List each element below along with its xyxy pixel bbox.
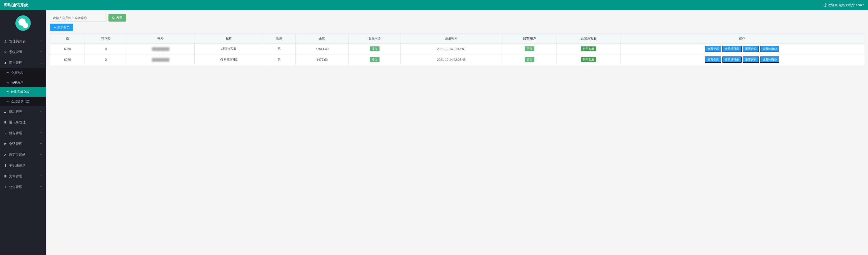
submenu-member-list[interactable]: 会员列表: [0, 68, 46, 69]
gear-icon: [4, 51, 7, 54]
th-poll-id: 轮询ID: [85, 34, 127, 44]
chevron-down-icon: ﹀: [40, 50, 42, 54]
svg-point-3: [5, 40, 6, 41]
th-id: ID: [50, 34, 85, 44]
th-account: 帐号: [127, 34, 194, 44]
cell-balance: 1477.00: [296, 54, 349, 65]
cs-status-badge[interactable]: 禁用客服: [581, 57, 596, 62]
cell-balance: 67641.40: [296, 44, 349, 54]
top-header: 即时通讯系统 欢迎你,超级管理员:admin: [0, 0, 868, 10]
add-member-button[interactable]: 添加会员: [50, 24, 73, 31]
cell-poll-id: 0: [85, 54, 127, 65]
th-reg-time: 注册时间: [400, 34, 502, 44]
cell-cs-status: 禁用客服: [556, 54, 620, 65]
add-member-label: 添加会员: [57, 25, 69, 29]
chevron-up-icon: ︿: [40, 61, 42, 65]
main-content: 搜索 添加会员 ID 轮询ID 帐号 昵称 性别 余额 客服术语 注册时间 启/…: [46, 10, 868, 69]
action-btn-0[interactable]: 查看会话: [705, 56, 721, 63]
action-btn-3[interactable]: 设置轮询ID: [760, 46, 779, 52]
cell-account: ████████: [127, 44, 194, 54]
action-btn-2[interactable]: 重置密码: [743, 46, 759, 52]
plus-icon: [54, 26, 56, 29]
th-balance: 余额: [296, 34, 349, 44]
th-cs-status: 启/禁用客服: [556, 34, 620, 44]
th-cs-term: 客服术语: [349, 34, 400, 44]
cs-status-badge[interactable]: 禁用客服: [581, 47, 596, 51]
action-btn-1[interactable]: 查看通讯录: [722, 46, 742, 52]
action-btn-1[interactable]: 查看通讯录: [722, 56, 742, 63]
status-badge[interactable]: 正常: [525, 57, 534, 62]
add-badge[interactable]: 添加: [370, 47, 379, 51]
menu-label: 系统设置: [9, 50, 22, 54]
th-actions: 操作: [620, 34, 864, 44]
sidebar-logo: [0, 10, 46, 36]
action-btn-3[interactable]: 设置轮询ID: [760, 56, 779, 63]
sidebar: 管理员列表 ﹀ 系统设置 ﹀ 用户管理 ︿ 会员列表 马甲用户 轮询客服列表 会…: [0, 10, 46, 69]
cell-cs-term: 添加: [349, 44, 400, 54]
cell-poll-id: 0: [85, 44, 127, 54]
cell-cs-status: 禁用客服: [556, 44, 620, 54]
th-nickname: 昵称: [194, 34, 263, 44]
action-btn-2[interactable]: 重置密码: [743, 56, 759, 63]
cell-gender: 男: [263, 44, 296, 54]
cell-actions: 查看会话查看通讯录重置密码设置轮询ID: [620, 54, 864, 65]
menu-system-settings[interactable]: 系统设置 ﹀: [0, 47, 46, 57]
smile-icon: [824, 3, 827, 7]
cell-id: 6079: [50, 54, 85, 65]
app-title: 即时通讯系统: [4, 3, 28, 8]
menu-label: 用户管理: [9, 60, 22, 65]
cell-reg-time: 2021-10-14 21:45:51: [400, 44, 502, 54]
search-icon: [112, 17, 115, 20]
data-table: ID 轮询ID 帐号 昵称 性别 余额 客服术语 注册时间 启/禁用户 启/禁用…: [50, 34, 864, 65]
table-row: 6079 0 ████████ V8科技客服2 男 1477.00 添加 202…: [50, 54, 864, 65]
svg-point-0: [824, 4, 827, 7]
submenu-user: 会员列表 马甲用户 轮询客服列表 会员登录日志: [0, 68, 46, 69]
cell-cs-term: 添加: [349, 54, 400, 65]
search-input[interactable]: [50, 14, 106, 22]
add-badge[interactable]: 添加: [370, 57, 379, 62]
welcome-role: 超级管理员:: [839, 3, 855, 7]
cell-user-status: 正常: [502, 44, 557, 54]
cell-account: ████████: [127, 54, 194, 65]
welcome-user: admin: [856, 3, 864, 7]
menu-user-mgmt[interactable]: 用户管理 ︿: [0, 57, 46, 68]
menu-admin-list[interactable]: 管理员列表 ﹀: [0, 36, 46, 47]
cell-gender: 男: [263, 54, 296, 65]
user-icon: [4, 61, 7, 64]
svg-point-5: [5, 62, 6, 63]
welcome-prefix: 欢迎你,: [828, 3, 838, 7]
svg-point-23: [113, 17, 114, 19]
status-badge[interactable]: 正常: [525, 47, 534, 51]
search-button[interactable]: 搜索: [108, 14, 126, 22]
chevron-down-icon: ﹀: [40, 39, 42, 43]
chat-logo-icon: [16, 16, 31, 31]
search-bar: 搜索: [50, 14, 864, 22]
cell-nickname: V8科技客服2: [194, 54, 263, 65]
svg-point-4: [5, 52, 6, 53]
cell-reg-time: 2021-10-14 22:05:45: [400, 54, 502, 65]
cell-actions: 查看会话查看通讯录重置密码设置轮询ID: [620, 44, 864, 54]
table-header-row: ID 轮询ID 帐号 昵称 性别 余额 客服术语 注册时间 启/禁用户 启/禁用…: [50, 34, 864, 44]
search-button-label: 搜索: [116, 16, 122, 20]
menu-label: 管理员列表: [9, 39, 26, 44]
user-icon: [4, 40, 7, 43]
table-row: 6078 0 ████████ v8科技客服 男 67641.40 添加 202…: [50, 44, 864, 54]
add-row: 添加会员: [50, 24, 864, 31]
th-user-status: 启/禁用户: [502, 34, 557, 44]
header-user-area[interactable]: 欢迎你,超级管理员:admin: [824, 3, 864, 7]
cell-id: 6078: [50, 44, 85, 54]
cell-nickname: v8科技客服: [194, 44, 263, 54]
th-gender: 性别: [263, 34, 296, 44]
action-btn-0[interactable]: 查看会话: [705, 46, 721, 52]
cell-user-status: 正常: [502, 54, 557, 65]
